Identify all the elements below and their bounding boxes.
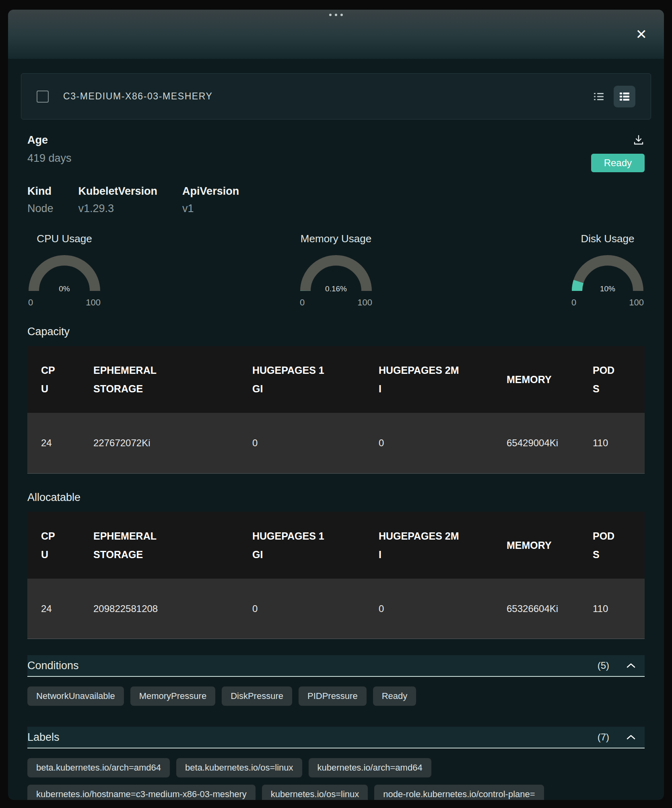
gauge-scale: 0100 [27, 297, 101, 308]
modal-header-band: ✕ [8, 10, 664, 59]
gauge-arc: 0.16% [299, 252, 373, 294]
condition-chip[interactable]: Ready [373, 686, 416, 706]
condition-chip[interactable]: NetworkUnavailable [27, 686, 124, 706]
gauge-cpu-usage: CPU Usage0%0100 [27, 233, 101, 308]
node-header-card: C3-MEDIUM-X86-03-MESHERY [21, 73, 651, 120]
label-chip[interactable]: node-role.kubernetes.io/control-plane= [374, 785, 544, 800]
gauge-memory-usage: Memory Usage0.16%0100 [299, 233, 373, 308]
age-row: Age 419 days Ready [27, 134, 645, 172]
conditions-chips: NetworkUnavailableMemoryPressureDiskPres… [27, 686, 645, 706]
meta-kubelet-version: KubeletVersion v1.29.3 [78, 185, 158, 215]
column-header: HUGEPAGES 2MI [365, 346, 493, 413]
view-toggle-group [588, 86, 635, 107]
gauge-max-label: 100 [629, 297, 644, 308]
gauges-row: CPU Usage0%0100Memory Usage0.16%0100Disk… [27, 233, 645, 308]
detail-view-button[interactable] [588, 86, 610, 107]
chevron-up-icon [626, 734, 636, 740]
meta-label: Kind [27, 185, 54, 198]
table-cell: 110 [579, 579, 645, 639]
labels-collapse-button[interactable] [626, 734, 636, 740]
gauge-value: 0.16% [299, 284, 373, 293]
table-cell: 227672072Ki [80, 413, 239, 473]
column-header: CPU [27, 512, 80, 579]
meta-api-version: ApiVersion v1 [182, 185, 239, 215]
column-header: MEMORY [493, 512, 579, 579]
label-chip[interactable]: kubernetes.io/os=linux [262, 785, 368, 800]
modal-body: Age 419 days Ready Kind Node KubeletVers… [8, 134, 664, 800]
gauge-min-label: 0 [300, 297, 305, 308]
drag-handle-icon[interactable] [329, 14, 343, 16]
chevron-up-icon [626, 662, 636, 669]
gauge-scale: 0100 [299, 297, 373, 308]
meta-kind: Kind Node [27, 185, 54, 215]
capacity-heading: Capacity [27, 326, 645, 338]
node-select-checkbox[interactable] [37, 91, 49, 103]
age-value: 419 days [27, 152, 72, 165]
gauge-max-label: 100 [357, 297, 372, 308]
column-header: CPU [27, 346, 80, 413]
gauge-min-label: 0 [28, 297, 33, 308]
capacity-table: CPUEPHEMERAL STORAGEHUGEPAGES 1GIHUGEPAG… [27, 346, 645, 474]
label-chip[interactable]: beta.kubernetes.io/arch=amd64 [27, 758, 170, 777]
table-cell: 65326604Ki [493, 579, 579, 639]
label-chip[interactable]: beta.kubernetes.io/os=linux [176, 758, 302, 777]
table-list-icon [619, 91, 630, 102]
gauge-title: CPU Usage [37, 233, 92, 245]
condition-chip[interactable]: DiskPressure [222, 686, 292, 706]
gauge-value: 10% [571, 284, 645, 293]
gauge-arc: 0% [27, 252, 101, 294]
condition-chip[interactable]: MemoryPressure [130, 686, 215, 706]
gauge-max-label: 100 [86, 297, 101, 308]
node-details-modal: ✕ C3-MEDIUM-X86-03-MESHERY [8, 10, 664, 800]
table-row: 24227672072Ki0065429004Ki110 [27, 413, 645, 473]
column-header: HUGEPAGES 1GI [239, 512, 365, 579]
column-header: HUGEPAGES 2MI [365, 512, 493, 579]
allocatable-table: CPUEPHEMERAL STORAGEHUGEPAGES 1GIHUGEPAG… [27, 512, 645, 639]
table-cell: 24 [27, 413, 80, 473]
conditions-collapse-button[interactable] [626, 662, 636, 669]
condition-chip[interactable]: PIDPressure [299, 686, 367, 706]
node-title: C3-MEDIUM-X86-03-MESHERY [63, 91, 213, 102]
meta-row: Kind Node KubeletVersion v1.29.3 ApiVers… [27, 185, 645, 215]
labels-count: (7) [598, 732, 609, 743]
close-button[interactable]: ✕ [636, 27, 647, 41]
gauge-title: Memory Usage [301, 233, 371, 245]
gauge-disk-usage: Disk Usage10%0100 [571, 233, 645, 308]
gauge-min-label: 0 [571, 297, 576, 308]
table-cell: 24 [27, 579, 80, 639]
table-cell: 0 [365, 579, 493, 639]
meta-value: Node [27, 202, 54, 215]
table-header-row: CPUEPHEMERAL STORAGEHUGEPAGES 1GIHUGEPAG… [27, 346, 645, 413]
column-header: MEMORY [493, 346, 579, 413]
meta-label: KubeletVersion [78, 185, 158, 198]
labels-chips: beta.kubernetes.io/arch=amd64beta.kubern… [27, 758, 645, 800]
meta-value: v1.29.3 [78, 202, 158, 215]
download-button[interactable] [633, 134, 645, 147]
table-cell: 0 [239, 579, 365, 639]
column-header: HUGEPAGES 1GI [239, 346, 365, 413]
table-view-button[interactable] [614, 86, 635, 107]
label-chip[interactable]: kubernetes.io/arch=amd64 [309, 758, 431, 777]
meta-label: ApiVersion [182, 185, 239, 198]
gauge-arc: 10% [571, 252, 645, 294]
table-row: 242098225812080065326604Ki110 [27, 579, 645, 639]
conditions-section-header[interactable]: Conditions (5) [27, 655, 645, 677]
download-icon [633, 134, 645, 146]
column-header: PODS [579, 512, 645, 579]
conditions-count: (5) [598, 660, 609, 671]
labels-heading: Labels [27, 731, 598, 744]
label-chip[interactable]: kubernetes.io/hostname=c3-medium-x86-03-… [27, 785, 256, 800]
conditions-heading: Conditions [27, 660, 598, 672]
table-cell: 110 [579, 413, 645, 473]
labels-section-header[interactable]: Labels (7) [27, 727, 645, 748]
allocatable-heading: Allocatable [27, 491, 645, 504]
table-cell: 65429004Ki [493, 413, 579, 473]
table-cell: 0 [365, 413, 493, 473]
age-label: Age [27, 134, 72, 146]
table-cell: 0 [239, 413, 365, 473]
column-header: EPHEMERAL STORAGE [80, 512, 239, 579]
gauge-title: Disk Usage [581, 233, 635, 245]
gauge-value: 0% [27, 284, 101, 293]
table-cell: 209822581208 [80, 579, 239, 639]
table-header-row: CPUEPHEMERAL STORAGEHUGEPAGES 1GIHUGEPAG… [27, 512, 645, 579]
